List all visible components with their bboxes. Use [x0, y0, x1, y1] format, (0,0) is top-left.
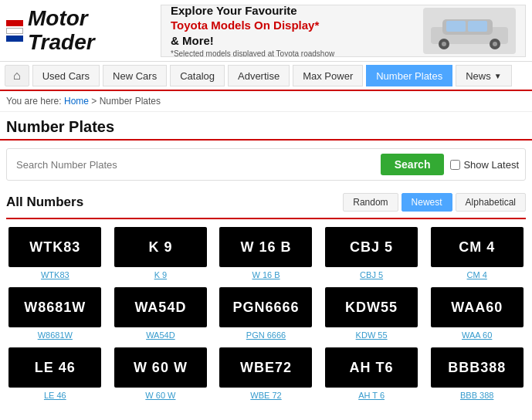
- search-button[interactable]: Search: [381, 154, 445, 175]
- plate-cell[interactable]: CBJ 5 CBJ 5: [323, 227, 421, 279]
- show-latest-label: Show Latest: [450, 159, 519, 171]
- plate-cell[interactable]: K 9 K 9: [112, 227, 210, 279]
- plate-box: CM 4: [431, 227, 524, 267]
- plate-link[interactable]: W 60 W: [145, 391, 175, 400]
- plate-link[interactable]: WA54D: [146, 330, 175, 340]
- nav-bar: ⌂ Used Cars New Cars Catalog Advertise M…: [0, 62, 532, 91]
- nav-used-cars[interactable]: Used Cars: [32, 65, 100, 86]
- plate-link[interactable]: AH T 6: [358, 391, 385, 400]
- nav-news[interactable]: News ▼: [456, 65, 511, 86]
- logo-trader: Trader: [28, 30, 95, 54]
- svg-rect-6: [446, 21, 466, 32]
- plate-cell[interactable]: W 60 W W 60 W: [112, 347, 210, 400]
- plate-box: W 16 B: [219, 227, 312, 267]
- banner-text: Explore Your Favourite Toyota Models On …: [171, 5, 423, 57]
- plate-cell[interactable]: W 16 B W 16 B: [217, 227, 315, 279]
- plate-link[interactable]: PGN 6666: [246, 330, 286, 340]
- plate-link[interactable]: W8681W: [38, 330, 73, 340]
- all-numbers-header: All Numbers Random Newest Alphabetical: [0, 187, 532, 218]
- page-title: Number Plates: [0, 112, 532, 141]
- plate-box: WBE72: [219, 347, 312, 388]
- bar-red: [6, 20, 23, 26]
- plate-link[interactable]: WTK83: [41, 270, 69, 279]
- bar-white: [6, 28, 23, 34]
- plate-link[interactable]: LE 46: [44, 391, 66, 400]
- plate-cell[interactable]: WAA60 WAA 60: [428, 287, 526, 340]
- filter-random[interactable]: Random: [343, 193, 398, 212]
- breadcrumb: You are here: Home > Number Plates: [0, 91, 532, 112]
- plate-link[interactable]: CM 4: [467, 270, 487, 279]
- plate-link[interactable]: K 9: [154, 270, 168, 279]
- logo-motor: Motor: [28, 6, 88, 30]
- logo-area: Motor Trader: [6, 7, 153, 55]
- nav-catalog[interactable]: Catalog: [170, 65, 225, 86]
- plate-link[interactable]: W 16 B: [252, 270, 280, 279]
- news-dropdown-arrow: ▼: [494, 72, 502, 80]
- plate-box: BBB388: [431, 347, 524, 388]
- banner-line1: Explore Your Favourite: [171, 5, 423, 19]
- filter-alphabetical[interactable]: Alphabetical: [456, 193, 526, 212]
- plate-box: PGN6666: [219, 287, 312, 327]
- plate-link[interactable]: WBE 72: [250, 391, 281, 400]
- plate-link[interactable]: KDW 55: [356, 330, 388, 340]
- plate-box: KDW55: [325, 287, 418, 327]
- search-input[interactable]: [13, 156, 374, 174]
- plate-box: K 9: [114, 227, 207, 267]
- all-numbers-divider: [6, 218, 526, 219]
- plate-cell[interactable]: PGN6666 PGN 6666: [217, 287, 315, 340]
- plate-box: WA54D: [114, 287, 207, 327]
- plate-cell[interactable]: WA54D WA54D: [112, 287, 210, 340]
- plate-cell[interactable]: LE 46 LE 46: [6, 347, 104, 400]
- banner-toyota: Toyota Models On Display*: [171, 18, 423, 33]
- plate-cell[interactable]: KDW55 KDW 55: [323, 287, 421, 340]
- plates-grid: WTK83 WTK83 K 9 K 9 W 16 B W 16 B CBJ 5 …: [0, 227, 532, 408]
- banner-ad: Explore Your Favourite Toyota Models On …: [161, 5, 526, 57]
- bar-blue: [6, 36, 23, 42]
- plate-link[interactable]: WAA 60: [462, 330, 492, 340]
- home-icon: ⌂: [13, 69, 21, 83]
- car-svg: [427, 12, 512, 50]
- banner-sub: *Selected models displayed at Toyota roa…: [171, 49, 423, 56]
- plate-link[interactable]: CBJ 5: [360, 270, 383, 279]
- plate-box: W 60 W: [114, 347, 207, 388]
- plate-cell[interactable]: BBB388 BBB 388: [428, 347, 526, 400]
- nav-new-cars[interactable]: New Cars: [103, 65, 167, 86]
- plate-box: W8681W: [8, 287, 101, 327]
- plate-box: WTK83: [8, 227, 101, 267]
- filter-newest[interactable]: Newest: [402, 193, 452, 212]
- nav-number-plates[interactable]: Number Plates: [366, 65, 452, 86]
- all-numbers-title: All Numbers: [6, 195, 83, 210]
- plate-cell[interactable]: WTK83 WTK83: [6, 227, 104, 279]
- plate-box: WAA60: [431, 287, 524, 327]
- nav-max-power[interactable]: Max Power: [293, 65, 363, 86]
- banner-line2: & More!: [171, 33, 423, 49]
- plate-box: AH T6: [325, 347, 418, 388]
- plate-box: CBJ 5: [325, 227, 418, 267]
- search-bar: Search Show Latest: [6, 148, 526, 181]
- plate-cell[interactable]: WBE72 WBE 72: [217, 347, 315, 400]
- plate-link[interactable]: BBB 388: [460, 391, 493, 400]
- svg-point-3: [442, 42, 446, 46]
- nav-home-button[interactable]: ⌂: [5, 65, 29, 86]
- filter-buttons: Random Newest Alphabetical: [343, 193, 526, 212]
- svg-rect-7: [468, 21, 487, 32]
- breadcrumb-home-link[interactable]: Home: [64, 96, 89, 107]
- svg-point-5: [493, 42, 497, 46]
- plate-cell[interactable]: CM 4 CM 4: [428, 227, 526, 279]
- banner-car-image: [423, 8, 516, 54]
- logo-bars: [6, 20, 23, 42]
- logo-text: Motor Trader: [28, 7, 95, 55]
- show-latest-checkbox[interactable]: [450, 160, 460, 170]
- plate-cell[interactable]: AH T6 AH T 6: [323, 347, 421, 400]
- plate-box: LE 46: [8, 347, 101, 388]
- nav-advertise[interactable]: Advertise: [228, 65, 290, 86]
- breadcrumb-current: Number Plates: [100, 96, 161, 107]
- plate-cell[interactable]: W8681W W8681W: [6, 287, 104, 340]
- header: Motor Trader Explore Your Favourite Toyo…: [0, 0, 532, 62]
